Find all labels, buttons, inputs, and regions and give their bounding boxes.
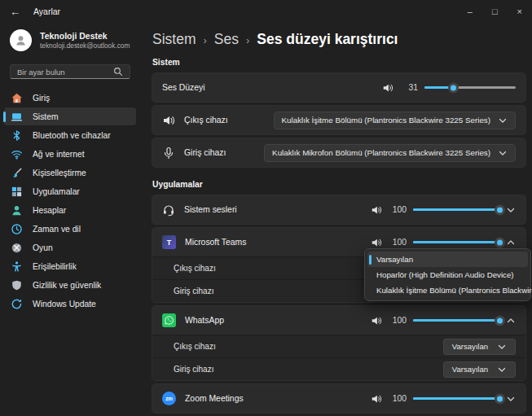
account-name: Teknoloji Destek <box>40 31 130 42</box>
whatsapp-input-device-dropdown[interactable]: Varsayılan <box>443 361 516 378</box>
app-name: Sistem sesleri <box>184 205 237 214</box>
chevron-down-icon <box>498 148 508 158</box>
speaker-icon[interactable] <box>371 204 382 216</box>
speaker-icon[interactable] <box>371 315 382 326</box>
output-device-label: Çıkış cihazı <box>184 116 228 125</box>
slider-thumb[interactable] <box>495 204 505 215</box>
headset-icon <box>162 204 175 217</box>
close-button[interactable]: × <box>517 7 522 16</box>
app-volume-value: 100 <box>389 205 407 214</box>
breadcrumb: Sistem › Ses › Ses düzeyi karıştırıcı <box>152 31 526 48</box>
sidebar-nav: Giriş Sistem Bluetooth ve cihazlar Ağ ve… <box>0 89 140 313</box>
sidebar-item-system[interactable]: Sistem <box>4 107 136 125</box>
app-name: Microsoft Teams <box>185 238 246 247</box>
sidebar-item-label: Uygulamalar <box>33 187 80 196</box>
sidebar-item-label: Kişiselleştirme <box>33 169 86 177</box>
speaker-icon[interactable] <box>382 82 394 94</box>
input-device-card: Giriş cihazı Kulaklık Mikrofon Bölümü (P… <box>152 138 526 168</box>
sidebar: Teknoloji Destek teknoloji.destek@outloo… <box>0 23 140 416</box>
output-device-dropdown[interactable]: Kulaklık İşitme Bölümü (Plantronics Blac… <box>274 112 516 129</box>
flyout-option-speakers[interactable]: Hoparlör (High Definition Audio Device) <box>367 267 528 282</box>
sidebar-item-label: Bluetooth ve cihazlar <box>33 131 111 140</box>
speaker-icon[interactable] <box>371 237 382 248</box>
app-volume-slider[interactable] <box>413 315 499 326</box>
window-title: Ayarlar <box>33 7 60 16</box>
sidebar-item-privacy[interactable]: Gizlilik ve güvenlik <box>4 276 136 294</box>
sidebar-item-label: Windows Update <box>33 300 96 309</box>
window-controls: – □ × <box>468 7 522 16</box>
flyout-option-default[interactable]: Varsayılan <box>367 252 528 267</box>
collapse-chevron-up-icon[interactable] <box>506 238 516 247</box>
collapse-chevron-up-icon[interactable] <box>506 316 516 326</box>
app-volume-value: 100 <box>389 238 407 247</box>
app-volume-slider[interactable] <box>413 393 499 405</box>
whatsapp-input-device-label: Giriş cihazı <box>174 365 213 374</box>
minimize-button[interactable]: – <box>468 7 473 16</box>
sidebar-item-label: Oyun <box>33 243 53 252</box>
sidebar-item-home[interactable]: Giriş <box>4 89 136 107</box>
app-row-whatsapp: WhatsApp 100 Çıkış cihazı Varsayılan <box>152 305 526 381</box>
sidebar-item-accessibility[interactable]: Erişilebilirlik <box>4 257 136 275</box>
flyout-option-label: Varsayılan <box>376 255 413 264</box>
page-title: Ses düzeyi karıştırıcı <box>257 31 398 48</box>
flyout-option-label: Kulaklık İşitme Bölümü (Plantronics Blac… <box>376 286 532 295</box>
slider-thumb[interactable] <box>495 315 505 326</box>
whatsapp-input-device-row: Giriş cihazı Varsayılan <box>152 357 525 380</box>
volume-value: 31 <box>400 83 418 92</box>
sidebar-item-label: Sistem <box>33 112 58 121</box>
whatsapp-output-device-dropdown[interactable]: Varsayılan <box>443 339 516 355</box>
speaker-icon[interactable] <box>371 393 382 405</box>
account-summary[interactable]: Teknoloji Destek teknoloji.destek@outloo… <box>0 24 140 51</box>
app-volume-slider[interactable] <box>413 204 499 216</box>
system-volume-card: Ses Düzeyi 31 <box>152 72 526 103</box>
input-device-value: Kulaklık Mikrofon Bölümü (Plantronics Bl… <box>272 148 490 157</box>
sidebar-item-windows-update[interactable]: Windows Update <box>4 295 136 313</box>
app-volume-slider[interactable] <box>413 237 499 248</box>
chevron-down-icon <box>497 342 507 352</box>
volume-label: Ses Düzeyi <box>162 83 205 92</box>
app-name: Zoom Meetings <box>185 394 244 403</box>
section-label-apps: Uygulamalar <box>152 180 526 189</box>
app-row-zoom-meetings: zm Zoom Meetings 100 <box>152 383 526 414</box>
breadcrumb-separator: › <box>246 33 249 46</box>
expand-chevron-down-icon[interactable] <box>506 205 516 215</box>
sidebar-item-label: Zaman ve dil <box>33 225 81 234</box>
slider-thumb[interactable] <box>495 393 505 404</box>
search-input[interactable]: Bir ayar bulun <box>10 64 130 79</box>
app-name: WhatsApp <box>185 316 224 325</box>
breadcrumb-separator: › <box>203 33 206 46</box>
back-arrow-icon[interactable]: ← <box>10 6 20 18</box>
sidebar-item-apps[interactable]: Uygulamalar <box>4 182 136 200</box>
teams-output-device-label: Çıkış cihazı <box>174 264 216 273</box>
expand-chevron-down-icon[interactable] <box>506 394 516 404</box>
titlebar: ← Ayarlar – □ × <box>0 0 532 23</box>
microphone-icon <box>162 147 175 160</box>
sidebar-item-time-language[interactable]: Zaman ve dil <box>4 220 136 238</box>
breadcrumb-system[interactable]: Sistem <box>152 31 196 48</box>
search-icon <box>113 67 123 77</box>
maximize-button[interactable]: □ <box>492 7 498 16</box>
settings-content: Sistem › Ses › Ses düzeyi karıştırıcı Si… <box>140 23 532 416</box>
sidebar-item-personalization[interactable]: Kişiselleştirme <box>4 164 136 182</box>
sidebar-item-bluetooth[interactable]: Bluetooth ve cihazlar <box>4 126 136 144</box>
sidebar-item-label: Gizlilik ve güvenlik <box>33 281 101 290</box>
microsoft-teams-icon: T <box>162 235 176 249</box>
output-speaker-icon <box>162 114 175 127</box>
whatsapp-input-device-value: Varsayılan <box>452 365 488 374</box>
slider-thumb[interactable] <box>495 237 505 247</box>
input-device-dropdown[interactable]: Kulaklık Mikrofon Bölümü (Plantronics Bl… <box>264 144 516 162</box>
input-device-label: Giriş cihazı <box>184 148 226 157</box>
sidebar-item-network[interactable]: Ağ ve internet <box>4 145 136 163</box>
sidebar-item-label: Ağ ve internet <box>33 150 85 159</box>
flyout-option-headphones[interactable]: Kulaklık İşitme Bölümü (Plantronics Blac… <box>367 282 528 298</box>
system-volume-slider[interactable] <box>424 82 516 94</box>
slider-thumb[interactable] <box>448 82 459 93</box>
whatsapp-output-device-label: Çıkış cihazı <box>174 342 216 351</box>
section-label-system: Sistem <box>152 58 526 67</box>
sidebar-item-accounts[interactable]: Hesaplar <box>4 201 136 219</box>
zoom-icon: zm <box>162 392 176 405</box>
chevron-down-icon <box>498 116 508 125</box>
sidebar-item-gaming[interactable]: Oyun <box>4 239 136 256</box>
breadcrumb-sound[interactable]: Ses <box>214 31 239 48</box>
teams-input-device-label: Giriş cihazı <box>174 287 213 296</box>
